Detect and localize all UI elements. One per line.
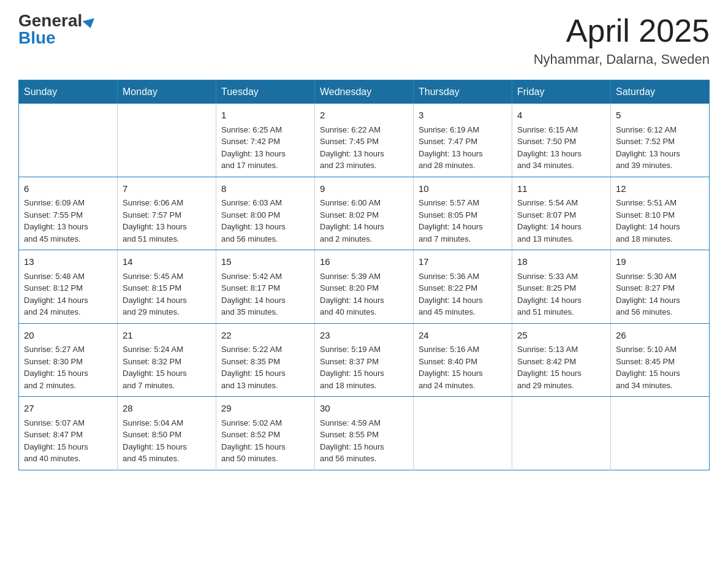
calendar-cell: 9Sunrise: 6:00 AM Sunset: 8:02 PM Daylig… xyxy=(315,177,414,250)
day-info: Sunrise: 5:54 AM Sunset: 8:07 PM Dayligh… xyxy=(517,197,605,245)
day-number: 26 xyxy=(616,329,704,343)
day-number: 1 xyxy=(221,109,309,123)
day-info: Sunrise: 5:24 AM Sunset: 8:32 PM Dayligh… xyxy=(123,343,211,391)
calendar-cell: 27Sunrise: 5:07 AM Sunset: 8:47 PM Dayli… xyxy=(19,397,118,470)
calendar-cell: 3Sunrise: 6:19 AM Sunset: 7:47 PM Daylig… xyxy=(414,104,512,177)
calendar-cell: 17Sunrise: 5:36 AM Sunset: 8:22 PM Dayli… xyxy=(414,250,512,324)
day-info: Sunrise: 5:22 AM Sunset: 8:35 PM Dayligh… xyxy=(221,343,309,391)
calendar-cell: 8Sunrise: 6:03 AM Sunset: 8:00 PM Daylig… xyxy=(216,177,315,250)
weekday-header-tuesday: Tuesday xyxy=(216,80,315,104)
day-info: Sunrise: 5:04 AM Sunset: 8:50 PM Dayligh… xyxy=(123,417,211,465)
calendar-cell: 30Sunrise: 4:59 AM Sunset: 8:55 PM Dayli… xyxy=(315,397,414,470)
day-info: Sunrise: 6:15 AM Sunset: 7:50 PM Dayligh… xyxy=(517,124,605,172)
day-number: 8 xyxy=(221,182,309,196)
day-info: Sunrise: 5:51 AM Sunset: 8:10 PM Dayligh… xyxy=(616,197,704,245)
calendar-cell xyxy=(118,104,216,177)
day-number: 14 xyxy=(123,255,211,269)
day-number: 2 xyxy=(320,109,408,123)
day-number: 30 xyxy=(320,402,408,416)
calendar-cell: 10Sunrise: 5:57 AM Sunset: 8:05 PM Dayli… xyxy=(414,177,512,250)
day-info: Sunrise: 5:45 AM Sunset: 8:15 PM Dayligh… xyxy=(123,270,211,318)
calendar-cell: 7Sunrise: 6:06 AM Sunset: 7:57 PM Daylig… xyxy=(118,177,216,250)
day-info: Sunrise: 6:19 AM Sunset: 7:47 PM Dayligh… xyxy=(419,124,507,172)
logo-blue-text: Blue xyxy=(18,28,56,47)
day-number: 18 xyxy=(517,255,605,269)
day-number: 22 xyxy=(221,329,309,343)
day-number: 28 xyxy=(123,402,211,416)
day-info: Sunrise: 6:22 AM Sunset: 7:45 PM Dayligh… xyxy=(320,124,408,172)
weekday-header-sunday: Sunday xyxy=(19,80,118,104)
calendar-cell: 15Sunrise: 5:42 AM Sunset: 8:17 PM Dayli… xyxy=(216,250,315,324)
calendar-cell: 1Sunrise: 6:25 AM Sunset: 7:42 PM Daylig… xyxy=(216,104,315,177)
calendar-cell: 11Sunrise: 5:54 AM Sunset: 8:07 PM Dayli… xyxy=(512,177,611,250)
day-number: 20 xyxy=(24,329,112,343)
weekday-header-saturday: Saturday xyxy=(611,80,710,104)
day-info: Sunrise: 5:42 AM Sunset: 8:17 PM Dayligh… xyxy=(221,270,309,318)
day-number: 3 xyxy=(419,109,507,123)
day-info: Sunrise: 5:39 AM Sunset: 8:20 PM Dayligh… xyxy=(320,270,408,318)
calendar-cell: 4Sunrise: 6:15 AM Sunset: 7:50 PM Daylig… xyxy=(512,104,611,177)
day-info: Sunrise: 5:27 AM Sunset: 8:30 PM Dayligh… xyxy=(24,343,112,391)
title-section: April 2025 Nyhammar, Dalarna, Sweden xyxy=(534,12,710,67)
weekday-header-monday: Monday xyxy=(118,80,216,104)
calendar-cell: 18Sunrise: 5:33 AM Sunset: 8:25 PM Dayli… xyxy=(512,250,611,324)
calendar-cell: 25Sunrise: 5:13 AM Sunset: 8:42 PM Dayli… xyxy=(512,323,611,397)
calendar-cell: 5Sunrise: 6:12 AM Sunset: 7:52 PM Daylig… xyxy=(611,104,710,177)
day-number: 24 xyxy=(419,329,507,343)
day-number: 23 xyxy=(320,329,408,343)
logo-bottom-row: Blue xyxy=(18,29,56,47)
day-info: Sunrise: 5:19 AM Sunset: 8:37 PM Dayligh… xyxy=(320,343,408,391)
day-info: Sunrise: 4:59 AM Sunset: 8:55 PM Dayligh… xyxy=(320,417,408,465)
day-info: Sunrise: 6:06 AM Sunset: 7:57 PM Dayligh… xyxy=(123,197,211,245)
calendar-cell: 23Sunrise: 5:19 AM Sunset: 8:37 PM Dayli… xyxy=(315,323,414,397)
logo: General Blue xyxy=(18,12,96,47)
day-number: 15 xyxy=(221,255,309,269)
calendar-cell: 12Sunrise: 5:51 AM Sunset: 8:10 PM Dayli… xyxy=(611,177,710,250)
day-info: Sunrise: 5:16 AM Sunset: 8:40 PM Dayligh… xyxy=(419,343,507,391)
calendar-cell: 20Sunrise: 5:27 AM Sunset: 8:30 PM Dayli… xyxy=(19,323,118,397)
day-info: Sunrise: 6:25 AM Sunset: 7:42 PM Dayligh… xyxy=(221,124,309,172)
day-number: 12 xyxy=(616,182,704,196)
day-number: 13 xyxy=(24,255,112,269)
logo-triangle-icon xyxy=(83,18,97,29)
day-number: 17 xyxy=(419,255,507,269)
calendar-cell: 26Sunrise: 5:10 AM Sunset: 8:45 PM Dayli… xyxy=(611,323,710,397)
day-info: Sunrise: 6:12 AM Sunset: 7:52 PM Dayligh… xyxy=(616,124,704,172)
day-number: 27 xyxy=(24,402,112,416)
day-number: 29 xyxy=(221,402,309,416)
calendar-cell xyxy=(19,104,118,177)
calendar-week-row: 13Sunrise: 5:48 AM Sunset: 8:12 PM Dayli… xyxy=(19,250,710,324)
calendar-cell: 16Sunrise: 5:39 AM Sunset: 8:20 PM Dayli… xyxy=(315,250,414,324)
day-info: Sunrise: 5:30 AM Sunset: 8:27 PM Dayligh… xyxy=(616,270,704,318)
calendar-cell: 29Sunrise: 5:02 AM Sunset: 8:52 PM Dayli… xyxy=(216,397,315,470)
day-info: Sunrise: 6:00 AM Sunset: 8:02 PM Dayligh… xyxy=(320,197,408,245)
day-info: Sunrise: 5:33 AM Sunset: 8:25 PM Dayligh… xyxy=(517,270,605,318)
day-info: Sunrise: 5:48 AM Sunset: 8:12 PM Dayligh… xyxy=(24,270,112,318)
calendar-cell: 6Sunrise: 6:09 AM Sunset: 7:55 PM Daylig… xyxy=(19,177,118,250)
page-header: General Blue April 2025 Nyhammar, Dalarn… xyxy=(18,12,710,67)
day-number: 16 xyxy=(320,255,408,269)
day-number: 6 xyxy=(24,182,112,196)
calendar-cell: 21Sunrise: 5:24 AM Sunset: 8:32 PM Dayli… xyxy=(118,323,216,397)
calendar-cell xyxy=(611,397,710,470)
calendar-cell: 2Sunrise: 6:22 AM Sunset: 7:45 PM Daylig… xyxy=(315,104,414,177)
day-number: 21 xyxy=(123,329,211,343)
calendar-cell: 13Sunrise: 5:48 AM Sunset: 8:12 PM Dayli… xyxy=(19,250,118,324)
calendar-cell: 19Sunrise: 5:30 AM Sunset: 8:27 PM Dayli… xyxy=(611,250,710,324)
day-number: 5 xyxy=(616,109,704,123)
calendar-cell xyxy=(414,397,512,470)
day-info: Sunrise: 5:57 AM Sunset: 8:05 PM Dayligh… xyxy=(419,197,507,245)
day-number: 19 xyxy=(616,255,704,269)
day-number: 7 xyxy=(123,182,211,196)
calendar-cell xyxy=(512,397,611,470)
day-number: 10 xyxy=(419,182,507,196)
day-info: Sunrise: 6:09 AM Sunset: 7:55 PM Dayligh… xyxy=(24,197,112,245)
calendar-cell: 22Sunrise: 5:22 AM Sunset: 8:35 PM Dayli… xyxy=(216,323,315,397)
calendar-week-row: 6Sunrise: 6:09 AM Sunset: 7:55 PM Daylig… xyxy=(19,177,710,250)
calendar-week-row: 20Sunrise: 5:27 AM Sunset: 8:30 PM Dayli… xyxy=(19,323,710,397)
day-number: 9 xyxy=(320,182,408,196)
day-info: Sunrise: 5:13 AM Sunset: 8:42 PM Dayligh… xyxy=(517,343,605,391)
day-info: Sunrise: 6:03 AM Sunset: 8:00 PM Dayligh… xyxy=(221,197,309,245)
day-number: 11 xyxy=(517,182,605,196)
day-number: 25 xyxy=(517,329,605,343)
